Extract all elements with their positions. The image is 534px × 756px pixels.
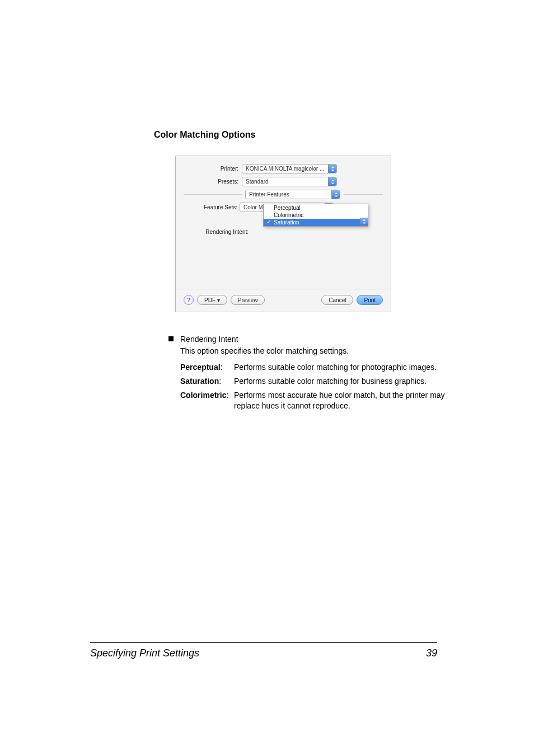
section-heading: Color Matching Options	[154, 130, 445, 140]
presets-select[interactable]: Standard	[242, 177, 337, 186]
definition-row: Perceptual: Performs suitable color matc…	[180, 362, 445, 373]
dropdown-option-colorimetric[interactable]: Colorimetric	[264, 212, 368, 219]
cancel-button[interactable]: Cancel	[321, 295, 353, 305]
page-footer: Specifying Print Settings 39	[90, 642, 437, 659]
divider	[176, 289, 391, 289]
chevron-updown-icon	[328, 177, 336, 186]
bullet-square-icon	[168, 336, 174, 341]
pdf-button[interactable]: PDF ▾	[197, 295, 227, 305]
help-button[interactable]: ?	[184, 295, 194, 305]
print-button[interactable]: Print	[357, 295, 383, 305]
intro-paragraph: This option specifies the color matching…	[180, 346, 445, 356]
printer-select[interactable]: KONICA MINOLTA magicolor ...	[242, 164, 337, 173]
presets-label: Presets:	[184, 179, 242, 185]
panel-value: Printer Features	[249, 191, 289, 198]
definition-row: Saturation: Performs suitable color matc…	[180, 376, 445, 387]
body-text: Rendering Intent This option specifies t…	[154, 335, 445, 411]
rendering-intent-label: Rendering Intent:	[204, 229, 251, 235]
preview-button[interactable]: Preview	[231, 295, 265, 305]
rendering-intent-dropdown[interactable]: Perceptual Colorimetric Saturation	[263, 204, 368, 227]
feature-sets-label: Feature Sets:	[204, 204, 240, 210]
definition-term: Colorimetric	[180, 391, 226, 400]
definition-desc: Performs suitable color matching for pho…	[234, 362, 445, 373]
printer-label: Printer:	[184, 166, 242, 172]
definition-list: Perceptual: Performs suitable color matc…	[180, 362, 445, 411]
panel-select[interactable]: Printer Features	[245, 190, 340, 199]
definition-term: Perceptual	[180, 363, 221, 372]
bullet-heading: Rendering Intent	[180, 335, 238, 344]
chevron-updown-icon	[328, 165, 336, 173]
dropdown-option-saturation[interactable]: Saturation	[264, 219, 368, 226]
divider	[184, 194, 242, 195]
dropdown-option-perceptual[interactable]: Perceptual	[264, 204, 368, 212]
chevron-updown-icon	[360, 218, 368, 226]
definition-term: Saturation	[180, 377, 219, 386]
definition-desc: Performs suitable color matching for bus…	[234, 376, 445, 387]
presets-value: Standard	[246, 179, 269, 185]
divider	[344, 194, 383, 195]
footer-rule	[90, 642, 437, 643]
definition-desc: Performs most accurate hue color match, …	[234, 390, 445, 411]
printer-value: KONICA MINOLTA magicolor ...	[246, 166, 324, 172]
chevron-updown-icon	[331, 190, 340, 199]
page-number: 39	[426, 647, 437, 659]
print-dialog: Printer: KONICA MINOLTA magicolor ... Pr…	[175, 156, 391, 312]
definition-row: Colorimetric: Performs most accurate hue…	[180, 390, 445, 411]
footer-section-title: Specifying Print Settings	[90, 647, 199, 659]
